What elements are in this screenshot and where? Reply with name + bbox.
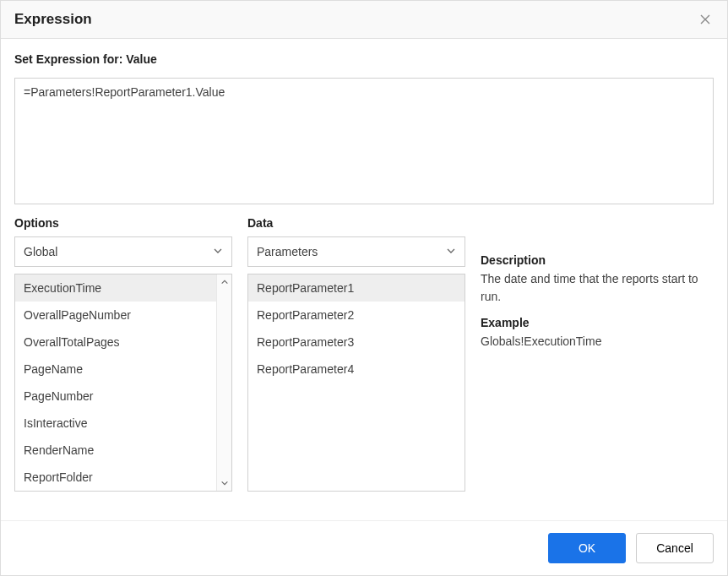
- data-panel: Data Parameters ReportParameter1 ReportP…: [247, 216, 465, 492]
- list-item[interactable]: OverallTotalPages: [15, 329, 216, 356]
- panels-row: Options Global ExecutionTime OverallPage…: [14, 216, 714, 492]
- description-label: Description: [481, 253, 714, 267]
- options-listbox[interactable]: ExecutionTime OverallPageNumber OverallT…: [14, 274, 232, 492]
- description-panel: Description The date and time that the r…: [481, 216, 714, 492]
- scroll-track[interactable]: [217, 290, 231, 475]
- chevron-down-icon: [220, 476, 229, 490]
- dialog-footer: OK Cancel: [1, 520, 727, 575]
- chevron-up-icon: [220, 275, 229, 289]
- options-label: Options: [14, 216, 232, 230]
- options-select[interactable]: Global: [14, 236, 232, 267]
- list-item[interactable]: ReportParameter2: [248, 302, 465, 329]
- list-item[interactable]: ReportParameter1: [248, 274, 465, 302]
- example-label: Example: [481, 316, 714, 329]
- list-item[interactable]: ReportFolder: [15, 464, 216, 491]
- cancel-button[interactable]: Cancel: [636, 533, 714, 563]
- list-item[interactable]: OverallPageNumber: [15, 302, 216, 329]
- list-item[interactable]: ReportParameter4: [248, 356, 465, 383]
- data-label: Data: [247, 216, 465, 230]
- list-item[interactable]: PageNumber: [15, 383, 216, 410]
- list-item[interactable]: ExecutionTime: [15, 274, 216, 302]
- list-item[interactable]: PageName: [15, 356, 216, 383]
- close-icon: [700, 12, 710, 27]
- chevron-down-icon: [446, 245, 456, 258]
- data-select[interactable]: Parameters: [247, 236, 465, 267]
- list-item[interactable]: ReportParameter3: [248, 329, 465, 356]
- description-text: The date and time that the reports start…: [481, 270, 714, 306]
- options-listbox-items: ExecutionTime OverallPageNumber OverallT…: [15, 274, 216, 491]
- title-bar: Expression: [1, 1, 727, 39]
- dialog-title: Expression: [14, 11, 92, 28]
- scroll-up-button[interactable]: [217, 274, 231, 290]
- data-listbox-items: ReportParameter1 ReportParameter2 Report…: [248, 274, 465, 491]
- dialog-content: Set Expression for: Value Options Global…: [1, 39, 727, 520]
- close-button[interactable]: [697, 11, 714, 28]
- example-text: Globals!ExecutionTime: [481, 333, 714, 350]
- data-listbox[interactable]: ReportParameter1 ReportParameter2 Report…: [247, 274, 465, 492]
- data-select-value: Parameters: [257, 245, 318, 258]
- expression-dialog: Expression Set Expression for: Value Opt…: [0, 0, 728, 576]
- scrollbar[interactable]: [216, 274, 231, 491]
- subtitle: Set Expression for: Value: [14, 52, 714, 66]
- expression-input[interactable]: [14, 78, 714, 204]
- options-panel: Options Global ExecutionTime OverallPage…: [14, 216, 232, 492]
- list-item[interactable]: IsInteractive: [15, 410, 216, 437]
- ok-button[interactable]: OK: [548, 533, 626, 563]
- options-select-value: Global: [24, 245, 57, 258]
- scroll-down-button[interactable]: [217, 475, 231, 491]
- list-item[interactable]: RenderName: [15, 437, 216, 464]
- chevron-down-icon: [213, 245, 223, 258]
